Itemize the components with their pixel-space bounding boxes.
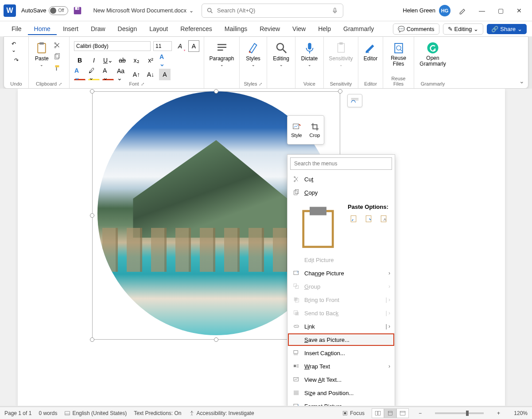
search-box[interactable] (202, 4, 343, 18)
resize-handle-bl[interactable] (90, 337, 94, 342)
menu-search-input[interactable] (294, 161, 388, 167)
resize-handle-bm[interactable] (214, 337, 218, 342)
font-size-combo[interactable] (153, 41, 172, 51)
menu-view-alt-text[interactable]: View Alt Text... (287, 373, 395, 386)
web-layout-button[interactable] (396, 408, 409, 418)
print-layout-button[interactable] (384, 408, 396, 418)
tab-file[interactable]: File (5, 23, 28, 35)
tab-layout[interactable]: Layout (143, 23, 174, 35)
close-button[interactable]: ✕ (510, 4, 528, 18)
editor-button[interactable]: Editor (363, 39, 378, 63)
user-avatar[interactable]: HG (439, 5, 450, 16)
tab-view[interactable]: View (286, 23, 312, 35)
subscript-button[interactable]: x₂ (131, 55, 142, 66)
change-case-button[interactable]: Aa ⌄ (116, 69, 128, 80)
accessibility-indicator[interactable]: Accessibility: Investigate (189, 410, 254, 416)
grammarly-button[interactable]: Open Grammarly (419, 39, 447, 69)
menu-change-picture[interactable]: Change Picture › (287, 266, 395, 280)
search-input[interactable] (217, 7, 331, 14)
reuse-files-button[interactable]: Reuse Files (388, 39, 409, 69)
character-border-icon[interactable]: A (188, 40, 199, 52)
editing-button[interactable]: Editing⌄ (272, 39, 291, 69)
menu-search[interactable] (290, 157, 392, 170)
resize-handle-tl[interactable] (90, 89, 94, 94)
minimize-button[interactable]: — (473, 4, 491, 18)
cut-icon[interactable] (53, 41, 61, 49)
tab-design[interactable]: Design (112, 23, 144, 35)
focus-mode-button[interactable]: Focus (342, 410, 365, 416)
resize-handle-tm[interactable] (214, 89, 218, 94)
menu-save-as-picture[interactable]: Save as Picture... (287, 333, 395, 346)
clear-formatting-icon[interactable]: Aᵩ (175, 40, 186, 52)
maximize-button[interactable]: ▢ (491, 4, 510, 18)
cut-icon (293, 176, 300, 183)
font-color-button[interactable]: A ⌄ (74, 69, 85, 80)
tab-grammarly[interactable]: Grammarly (337, 23, 380, 35)
word-count[interactable]: 0 words (39, 410, 57, 416)
share-button[interactable]: 🔗 Share ⌄ (487, 24, 527, 34)
paste-merge[interactable] (363, 213, 374, 224)
resize-handle-tr[interactable] (338, 89, 342, 94)
crop-button[interactable]: Crop (306, 116, 324, 144)
format-painter-icon[interactable] (53, 64, 61, 72)
italic-button[interactable]: I (88, 55, 100, 66)
text-effects-button[interactable]: A ⌄ (159, 55, 171, 66)
zoom-out-button[interactable]: − (416, 410, 424, 416)
language-indicator[interactable]: English (United States) (64, 410, 127, 416)
user-name[interactable]: Helen Green (403, 7, 435, 14)
styles-button[interactable]: Styles⌄ (244, 39, 262, 69)
comments-button[interactable]: 💬 Comments (393, 23, 439, 35)
font-name-combo[interactable] (74, 41, 151, 51)
resize-handle-ml[interactable] (90, 213, 94, 218)
tab-references[interactable]: References (174, 23, 218, 35)
tab-help[interactable]: Help (312, 23, 337, 35)
tab-mailings[interactable]: Mailings (218, 23, 253, 35)
grow-font-button[interactable]: A↑ (131, 69, 142, 80)
dictate-button[interactable]: Dictate⌄ (300, 39, 319, 69)
paragraph-button[interactable]: Paragraph⌄ (209, 39, 235, 69)
editing-mode-button[interactable]: ✎ Editing ⌄ (443, 23, 484, 35)
zoom-level[interactable]: 120% (510, 410, 528, 416)
tab-draw[interactable]: Draw (85, 23, 112, 35)
read-mode-button[interactable] (372, 408, 384, 418)
text-predictions-indicator[interactable]: Text Predictions: On (134, 410, 181, 416)
save-icon[interactable] (73, 6, 82, 16)
zoom-in-button[interactable]: + (494, 410, 503, 416)
menu-format-picture[interactable]: Format Picture... (287, 399, 395, 406)
picture-style-button[interactable]: Style (287, 116, 306, 144)
page[interactable]: Style Crop Cut Copy Pa (18, 89, 505, 406)
paste-keep-source[interactable] (348, 213, 359, 224)
menu-cut[interactable]: Cut (287, 172, 395, 186)
draw-mode-icon[interactable] (458, 6, 467, 15)
undo-button[interactable]: ↶ ⌄ (12, 42, 21, 52)
strikethrough-button[interactable]: ab (116, 55, 128, 66)
tab-home[interactable]: Home (28, 23, 57, 35)
ribbon-collapse-icon[interactable]: ⌄ (519, 78, 524, 85)
highlight-button[interactable]: 🖊 ⌄ (88, 69, 100, 80)
copy-icon[interactable] (53, 53, 61, 61)
menu-copy[interactable]: Copy (287, 186, 395, 199)
bold-button[interactable]: B (74, 55, 85, 66)
tab-review[interactable]: Review (253, 23, 286, 35)
autosave-toggle[interactable]: Off (49, 6, 68, 15)
zoom-slider[interactable] (435, 412, 484, 414)
redo-button[interactable]: ↷ (12, 55, 21, 65)
menu-link[interactable]: Link | › (287, 320, 395, 333)
layout-options-button[interactable] (347, 94, 362, 107)
font-color2-button[interactable]: A ⌄ (102, 69, 114, 80)
paste-picture[interactable]: A (378, 213, 389, 224)
sensitivity-button[interactable]: Sensitivity⌄ (328, 39, 353, 69)
menu-wrap-text[interactable]: Wrap Text › (287, 360, 395, 373)
character-shading-button[interactable]: A (159, 69, 171, 80)
mic-icon[interactable] (331, 7, 338, 14)
tab-insert[interactable]: Insert (57, 23, 85, 35)
paste-button[interactable]: Paste⌄ (33, 39, 50, 69)
document-area[interactable]: Style Crop Cut Copy Pa (0, 89, 532, 406)
document-title[interactable]: New Microsoft Word Document.docx⌄ (93, 7, 194, 14)
shrink-font-button[interactable]: A↓ (145, 69, 156, 80)
page-indicator[interactable]: Page 1 of 1 (4, 410, 31, 416)
menu-size-position[interactable]: Size and Position... (287, 386, 395, 399)
menu-insert-caption[interactable]: Insert Caption... (287, 346, 395, 360)
superscript-button[interactable]: x² (145, 55, 156, 66)
underline-button[interactable]: U ⌄ (102, 55, 114, 66)
